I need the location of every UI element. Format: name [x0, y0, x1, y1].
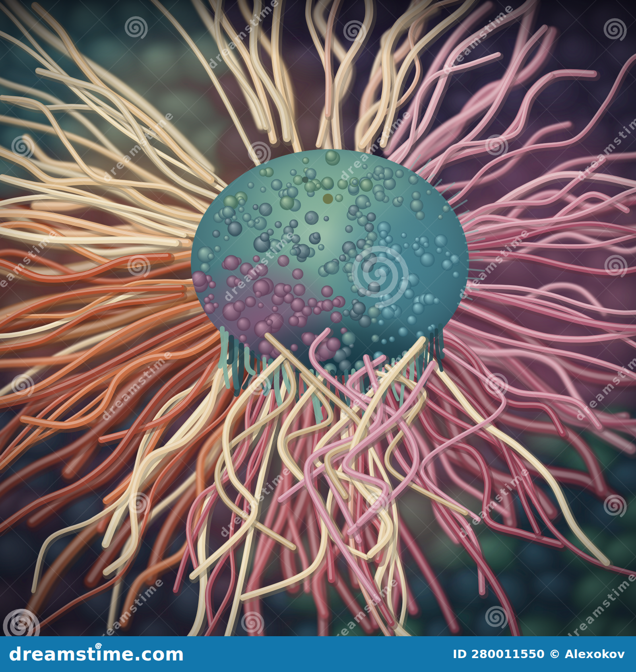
svg-text:dreamstime: dreamstime	[324, 574, 402, 636]
dreamstime-logo: dreamstıme.com	[9, 645, 184, 663]
watermark-overlay: dreamstimedreamstimedreamstimedreamstime…	[0, 0, 636, 636]
svg-text:dreamstime: dreamstime	[574, 106, 636, 184]
image-credit: ID 280011550 © Alexokov	[453, 647, 625, 661]
svg-text:dreamstime: dreamstime	[0, 225, 61, 303]
logo-text-pre: dreamst	[9, 645, 96, 663]
watermark-spiral-icons	[13, 17, 626, 633]
dreamstime-spiral-icon	[94, 642, 103, 651]
stock-photo-preview: dreamstimedreamstimedreamstimedreamstime…	[0, 0, 636, 672]
svg-text:dreamstime: dreamstime	[439, 0, 517, 78]
svg-text:dreamstime: dreamstime	[221, 227, 299, 305]
logo-text-post: me.com	[102, 645, 184, 663]
logo-letter-i: ı	[96, 645, 102, 663]
svg-text:dreamstime: dreamstime	[562, 569, 636, 636]
svg-text:dreamstime: dreamstime	[98, 346, 176, 424]
svg-text:dreamstime: dreamstime	[572, 346, 636, 424]
svg-text:dreamstime: dreamstime	[89, 574, 167, 636]
watermark-words: dreamstimedreamstimedreamstimedreamstime…	[0, 0, 636, 636]
svg-text:dreamstime: dreamstime	[205, 0, 283, 72]
photo-area: dreamstimedreamstimedreamstimedreamstime…	[0, 0, 636, 636]
watermark-lattice	[0, 0, 636, 636]
preview-bar: dreamstıme.com ID 280011550 © Alexokov	[0, 636, 636, 672]
svg-text:dreamstime: dreamstime	[336, 345, 414, 423]
